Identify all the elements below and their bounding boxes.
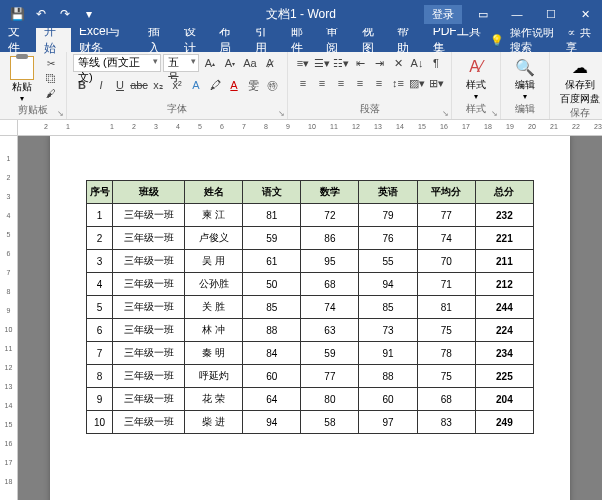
tab-insert[interactable]: 插入 (140, 28, 176, 52)
tab-home[interactable]: 开始 (36, 28, 72, 52)
subscript-icon[interactable]: x₂ (149, 76, 167, 94)
table-cell[interactable]: 88 (359, 365, 417, 388)
table-cell[interactable]: 81 (243, 204, 301, 227)
table-cell[interactable]: 三年级一班 (113, 365, 185, 388)
ribbon-options-icon[interactable]: ▭ (466, 0, 500, 28)
table-cell[interactable]: 221 (475, 227, 533, 250)
tab-layout[interactable]: 布局 (211, 28, 247, 52)
qat-more-icon[interactable]: ▾ (78, 3, 100, 25)
table-cell[interactable]: 94 (243, 411, 301, 434)
table-cell[interactable]: 3 (87, 250, 113, 273)
table-cell[interactable]: 79 (359, 204, 417, 227)
tab-help[interactable]: 帮助 (389, 28, 425, 52)
highlight-icon[interactable]: 🖍 (206, 76, 224, 94)
table-cell[interactable]: 97 (359, 411, 417, 434)
format-painter-icon[interactable]: 🖌 (42, 87, 60, 101)
share-button[interactable]: ∝ 共享 (566, 25, 594, 55)
table-cell[interactable]: 三年级一班 (113, 273, 185, 296)
underline-icon[interactable]: U (111, 76, 129, 94)
tell-me-input[interactable]: 操作说明搜索 (510, 25, 561, 55)
table-header-cell[interactable]: 语文 (243, 181, 301, 204)
phonetic-icon[interactable]: 雯 (244, 76, 262, 94)
table-cell[interactable]: 8 (87, 365, 113, 388)
table-cell[interactable]: 249 (475, 411, 533, 434)
table-cell[interactable]: 林 冲 (185, 319, 243, 342)
table-cell[interactable]: 7 (87, 342, 113, 365)
table-cell[interactable]: 211 (475, 250, 533, 273)
font-color-icon[interactable]: A (225, 76, 243, 94)
table-cell[interactable]: 91 (359, 342, 417, 365)
clipboard-launcher-icon[interactable]: ↘ (57, 109, 64, 118)
table-cell[interactable]: 232 (475, 204, 533, 227)
table-cell[interactable]: 81 (417, 296, 475, 319)
decrease-indent-icon[interactable]: ⇤ (351, 54, 369, 72)
tab-pdf[interactable]: PDF工具集 (425, 28, 490, 52)
table-cell[interactable]: 64 (243, 388, 301, 411)
table-cell[interactable]: 61 (243, 250, 301, 273)
justify-icon[interactable]: ≡ (351, 74, 369, 92)
clear-format-icon[interactable]: A̷ (261, 54, 279, 72)
line-spacing-icon[interactable]: ↕≡ (389, 74, 407, 92)
table-cell[interactable]: 94 (359, 273, 417, 296)
table-header-cell[interactable]: 序号 (87, 181, 113, 204)
font-name-select[interactable]: 等线 (西文正文) (73, 54, 161, 72)
show-marks-icon[interactable]: ¶ (427, 54, 445, 72)
table-cell[interactable]: 80 (301, 388, 359, 411)
vertical-ruler[interactable]: 123456789101112131415161718 (0, 136, 18, 500)
align-left-icon[interactable]: ≡ (294, 74, 312, 92)
table-cell[interactable]: 卢俊义 (185, 227, 243, 250)
bullets-icon[interactable]: ≡▾ (294, 54, 312, 72)
multilevel-icon[interactable]: ☷▾ (332, 54, 350, 72)
asian-layout-icon[interactable]: ✕ (389, 54, 407, 72)
tab-excel[interactable]: Excel与财务 (71, 28, 140, 52)
numbering-icon[interactable]: ☰▾ (313, 54, 331, 72)
table-cell[interactable]: 三年级一班 (113, 296, 185, 319)
table-cell[interactable]: 244 (475, 296, 533, 319)
copy-icon[interactable]: ⿻ (42, 72, 60, 86)
strike-icon[interactable]: abc (130, 76, 148, 94)
table-cell[interactable]: 77 (417, 204, 475, 227)
table-cell[interactable]: 212 (475, 273, 533, 296)
table-cell[interactable]: 6 (87, 319, 113, 342)
table-cell[interactable]: 68 (417, 388, 475, 411)
table-cell[interactable]: 关 胜 (185, 296, 243, 319)
table-cell[interactable]: 63 (301, 319, 359, 342)
table-header-cell[interactable]: 英语 (359, 181, 417, 204)
login-button[interactable]: 登录 (424, 5, 462, 24)
paste-button[interactable]: 粘贴 ▾ (6, 54, 38, 103)
table-header-cell[interactable]: 姓名 (185, 181, 243, 204)
undo-icon[interactable]: ↶ (30, 3, 52, 25)
table-cell[interactable]: 68 (301, 273, 359, 296)
increase-indent-icon[interactable]: ⇥ (370, 54, 388, 72)
table-cell[interactable]: 10 (87, 411, 113, 434)
borders-icon[interactable]: ⊞▾ (427, 74, 445, 92)
table-cell[interactable]: 204 (475, 388, 533, 411)
table-cell[interactable]: 三年级一班 (113, 227, 185, 250)
enclose-icon[interactable]: ㊕ (263, 76, 281, 94)
table-cell[interactable]: 74 (417, 227, 475, 250)
table-cell[interactable]: 73 (359, 319, 417, 342)
table-header-cell[interactable]: 班级 (113, 181, 185, 204)
table-cell[interactable]: 75 (417, 365, 475, 388)
table-cell[interactable]: 2 (87, 227, 113, 250)
save-baidu-button[interactable]: ☁ 保存到 百度网盘 (556, 54, 602, 106)
table-cell[interactable]: 4 (87, 273, 113, 296)
cut-icon[interactable]: ✂ (42, 57, 60, 71)
maximize-icon[interactable]: ☐ (534, 0, 568, 28)
table-cell[interactable]: 83 (417, 411, 475, 434)
table-cell[interactable]: 72 (301, 204, 359, 227)
horizontal-ruler[interactable]: 211234567891011121314151617181920212223 (18, 120, 602, 136)
table-cell[interactable]: 224 (475, 319, 533, 342)
table-cell[interactable]: 1 (87, 204, 113, 227)
table-cell[interactable]: 76 (359, 227, 417, 250)
redo-icon[interactable]: ↷ (54, 3, 76, 25)
table-cell[interactable]: 70 (417, 250, 475, 273)
table-cell[interactable]: 74 (301, 296, 359, 319)
table-cell[interactable]: 58 (301, 411, 359, 434)
table-header-cell[interactable]: 总分 (475, 181, 533, 204)
table-cell[interactable]: 秦 明 (185, 342, 243, 365)
table-cell[interactable]: 59 (301, 342, 359, 365)
table-cell[interactable]: 呼延灼 (185, 365, 243, 388)
table-cell[interactable]: 77 (301, 365, 359, 388)
table-cell[interactable]: 5 (87, 296, 113, 319)
